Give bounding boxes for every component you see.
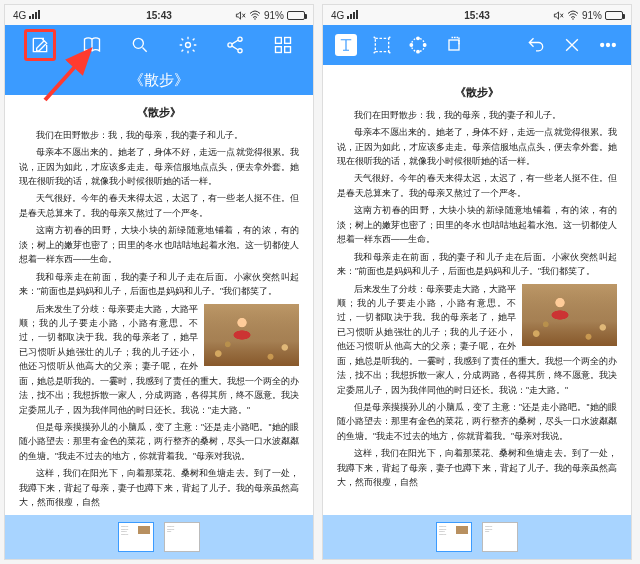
paragraph: 这南方初春的田野，大块小块的新绿随意地铺着，有的浓，有的淡；树上的嫩芽也密了；田… bbox=[337, 203, 617, 246]
status-time: 15:43 bbox=[464, 10, 490, 21]
paragraph: 这样，我们在阳光下，向着那菜花、桑树和鱼塘走去。到了一处，我蹲下来，背起了母亲，… bbox=[337, 446, 617, 489]
phone-right: 4G 15:43 91% bbox=[322, 4, 632, 560]
gear-icon[interactable] bbox=[177, 34, 199, 56]
paragraph: 天气很好。今年的春天来得太迟，太迟了，有一些老人挺不住。但是春天总算来了。我的母… bbox=[337, 171, 617, 200]
svg-point-21 bbox=[612, 44, 615, 47]
svg-point-2 bbox=[185, 43, 190, 48]
inline-image bbox=[204, 304, 299, 366]
bottom-bar: ▪▪▪▪▪▪▪▪▪▪▪▪▪▪▪▪▪▪▪▪▪▪▪▪▪▪▪▪▪▪▪▪▪▪▪▪▪▪ ▪… bbox=[5, 515, 313, 559]
network-label: 4G bbox=[13, 10, 26, 21]
crop-tool-icon[interactable] bbox=[371, 34, 393, 56]
toolbar-main bbox=[5, 25, 313, 65]
document-content[interactable]: 《散步》 我们在田野散步：我，我的母亲，我的妻子和儿子。 母亲本不愿出来的。她老… bbox=[323, 65, 631, 515]
paragraph: 我们在田野散步：我，我的母亲，我的妻子和儿子。 bbox=[337, 108, 617, 122]
svg-rect-9 bbox=[285, 47, 291, 53]
svg-point-15 bbox=[417, 50, 420, 52]
status-left: 4G bbox=[13, 10, 40, 21]
status-left: 4G bbox=[331, 10, 358, 21]
signal-icon bbox=[29, 10, 40, 19]
svg-point-16 bbox=[410, 44, 413, 47]
paragraph: 母亲本不愿出来的。她老了，身体不好，走远一点就觉得很累。我说，正因为如此，才应该… bbox=[337, 125, 617, 168]
svg-point-13 bbox=[411, 38, 424, 51]
paragraph: 但是母亲摸摸孙儿的小脑瓜，变了主意："还是走小路吧。"她的眼随小路望去：那里有金… bbox=[337, 400, 617, 443]
page-thumb-1[interactable]: ▪▪▪▪▪▪▪▪▪▪▪▪▪▪▪▪▪▪▪▪▪▪▪▪▪▪▪▪▪▪▪▪▪▪▪▪▪▪ bbox=[436, 522, 472, 552]
battery-percent: 91% bbox=[264, 10, 284, 21]
document-title-bar: 《散步》 bbox=[5, 65, 313, 95]
share-icon[interactable] bbox=[224, 34, 246, 56]
shape-tool-icon[interactable] bbox=[407, 34, 429, 56]
undo-icon[interactable] bbox=[525, 34, 547, 56]
text-tool-icon[interactable] bbox=[335, 34, 357, 56]
paragraph: 我们在田野散步：我，我的母亲，我的妻子和儿子。 bbox=[19, 128, 299, 142]
svg-rect-6 bbox=[276, 38, 282, 44]
svg-point-14 bbox=[417, 37, 420, 40]
inline-image bbox=[522, 284, 617, 346]
wifi-icon bbox=[249, 10, 261, 20]
mute-icon bbox=[553, 10, 564, 21]
bottom-bar: ▪▪▪▪▪▪▪▪▪▪▪▪▪▪▪▪▪▪▪▪▪▪▪▪▪▪▪▪▪▪▪▪▪▪▪▪▪▪ ▪… bbox=[323, 515, 631, 559]
document-heading: 《散步》 bbox=[337, 83, 617, 102]
paragraph: 这样，我们在阳光下，向着那菜花、桑树和鱼塘走去。到了一处，我蹲下来，背起了母亲，… bbox=[19, 466, 299, 509]
signal-icon bbox=[347, 10, 358, 19]
wifi-icon bbox=[567, 10, 579, 20]
close-icon[interactable] bbox=[561, 34, 583, 56]
page-thumb-2[interactable]: ▪▪▪▪▪▪▪▪▪▪▪▪▪▪▪▪▪▪▪▪▪▪▪▪▪▪ bbox=[482, 522, 518, 552]
book-icon[interactable] bbox=[81, 34, 103, 56]
status-right: 91% bbox=[235, 10, 305, 21]
svg-rect-8 bbox=[276, 47, 282, 53]
status-bar: 4G 15:43 91% bbox=[323, 5, 631, 25]
status-bar: 4G 15:43 91% bbox=[5, 5, 313, 25]
status-right: 91% bbox=[553, 10, 623, 21]
more-icon[interactable] bbox=[597, 34, 619, 56]
svg-point-20 bbox=[607, 44, 610, 47]
mute-icon bbox=[235, 10, 246, 21]
page-thumb-1[interactable]: ▪▪▪▪▪▪▪▪▪▪▪▪▪▪▪▪▪▪▪▪▪▪▪▪▪▪▪▪▪▪▪▪▪▪▪▪▪▪ bbox=[118, 522, 154, 552]
battery-icon bbox=[287, 11, 305, 20]
svg-point-19 bbox=[601, 44, 604, 47]
svg-rect-18 bbox=[449, 40, 459, 50]
paragraph: 但是母亲摸摸孙儿的小脑瓜，变了主意："还是走小路吧。"她的眼随小路望去：那里有金… bbox=[19, 420, 299, 463]
battery-icon bbox=[605, 11, 623, 20]
paragraph: 我和母亲走在前面，我的妻子和儿子走在后面。小家伙突然叫起来："前面也是妈妈和儿子… bbox=[19, 270, 299, 299]
document-content[interactable]: 《散步》 我们在田野散步：我，我的母亲，我的妻子和儿子。 母亲本不愿出来的。她老… bbox=[5, 95, 313, 515]
svg-rect-7 bbox=[285, 38, 291, 44]
document-heading: 《散步》 bbox=[19, 103, 299, 122]
svg-point-1 bbox=[133, 38, 143, 48]
battery-percent: 91% bbox=[582, 10, 602, 21]
status-time: 15:43 bbox=[146, 10, 172, 21]
svg-point-17 bbox=[423, 44, 426, 47]
rotate-tool-icon[interactable] bbox=[443, 34, 465, 56]
search-icon[interactable] bbox=[129, 34, 151, 56]
network-label: 4G bbox=[331, 10, 344, 21]
grid-icon[interactable] bbox=[272, 34, 294, 56]
paragraph: 天气很好。今年的春天来得太迟，太迟了，有一些老人挺不住。但是春天总算来了。我的母… bbox=[19, 191, 299, 220]
toolbar-edit bbox=[323, 25, 631, 65]
paragraph: 我和母亲走在前面，我的妻子和儿子走在后面。小家伙突然叫起来："前面也是妈妈和儿子… bbox=[337, 250, 617, 279]
svg-point-0 bbox=[254, 18, 256, 20]
phone-left: 4G 15:43 91% 《散步》 《散步》 bbox=[4, 4, 314, 560]
svg-point-12 bbox=[572, 18, 574, 20]
paragraph: 这南方初春的田野，大块小块的新绿随意地铺着，有的浓，有的淡；树上的嫩芽也密了；田… bbox=[19, 223, 299, 266]
edit-icon[interactable] bbox=[24, 29, 56, 61]
paragraph: 母亲本不愿出来的。她老了，身体不好，走远一点就觉得很累。我说，正因为如此，才应该… bbox=[19, 145, 299, 188]
page-thumb-2[interactable]: ▪▪▪▪▪▪▪▪▪▪▪▪▪▪▪▪▪▪▪▪▪▪▪▪▪▪ bbox=[164, 522, 200, 552]
